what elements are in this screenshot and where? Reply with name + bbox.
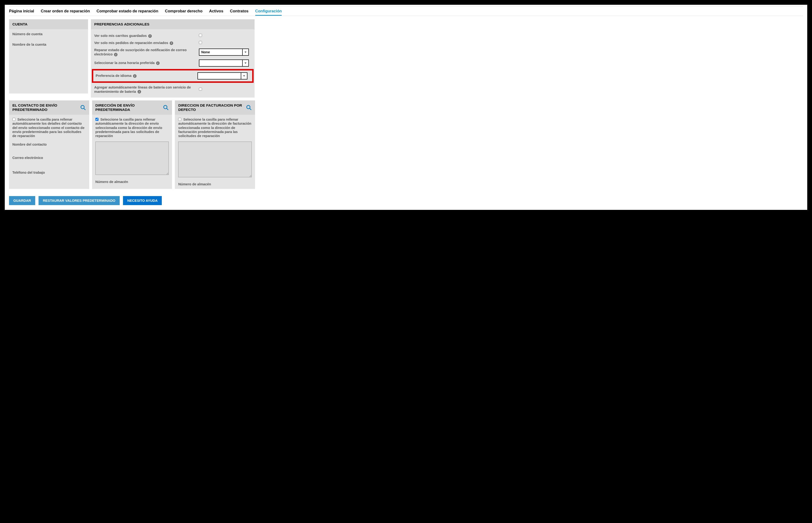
pref-only-my-carts-checkbox[interactable] xyxy=(199,34,202,37)
chevron-down-icon xyxy=(242,49,248,55)
pref-only-my-carts-label: Ver solo mis carritos guardados xyxy=(94,34,147,38)
tab-assets[interactable]: Activos xyxy=(209,9,223,13)
ship-address-autofill-checkbox[interactable] xyxy=(95,118,98,121)
svg-line-5 xyxy=(250,108,251,110)
svg-point-2 xyxy=(164,105,167,109)
pref-email-sub-select[interactable]: None xyxy=(199,49,249,56)
search-icon[interactable] xyxy=(246,105,252,110)
pref-auto-battery-checkbox[interactable] xyxy=(199,88,202,91)
tab-home[interactable]: Página inicial xyxy=(9,9,34,13)
pref-auto-battery-label: Agregar automáticamente líneas de baterí… xyxy=(94,86,191,93)
need-help-button[interactable]: NECESITO AYUDA xyxy=(123,196,162,205)
panel-preferences: PREFERENCIAS ADICIONALES Ver solo mis ca… xyxy=(91,19,255,97)
chevron-down-icon xyxy=(241,73,247,79)
pref-only-my-orders-label: Ver solo mis pedidos de reparación envia… xyxy=(94,41,168,45)
main-tabs: Página inicial Crear orden de reparación… xyxy=(9,6,803,16)
account-name-label: Nombre de la cuenta xyxy=(12,42,85,47)
svg-point-0 xyxy=(81,105,84,109)
pref-timezone-label: Seleccionar la zona horaria preferida xyxy=(94,61,155,65)
pref-language-label: Preferencia de idioma xyxy=(96,74,132,77)
ship-contact-phone-label: Teléfono del trabajo xyxy=(12,170,86,175)
svg-point-4 xyxy=(247,105,250,109)
panel-ship-address: DIRECCIÓN DE ENVÍO PREDETERMINADA Selecc… xyxy=(92,101,172,189)
bill-address-autofill-label: Seleccione la casilla para rellenar auto… xyxy=(178,118,251,138)
search-icon[interactable] xyxy=(163,105,169,110)
tab-check-repair[interactable]: Comprobar estado de reparación xyxy=(97,9,158,13)
ship-contact-autofill-checkbox[interactable] xyxy=(12,118,16,121)
panel-ship-address-title: DIRECCIÓN DE ENVÍO PREDETERMINADA xyxy=(95,103,163,112)
ship-contact-autofill-label: Seleccione la casilla para rellenar auto… xyxy=(12,118,85,138)
info-icon[interactable]: i xyxy=(156,61,160,65)
panel-bill-address-title: DIRECCION DE FACTURACION POR DEFECTO xyxy=(178,103,246,112)
pref-language-highlight: Preferencia de idioma i xyxy=(92,69,254,83)
info-icon[interactable]: i xyxy=(114,53,117,56)
tab-configuration[interactable]: Configuración xyxy=(255,9,282,16)
panel-ship-contact: EL CONTACTO DE ENVÍO PREDETERMINADO Sele… xyxy=(9,101,89,189)
panel-account: CUENTA Número de cuenta Nombre de la cue… xyxy=(9,19,88,93)
tab-contracts[interactable]: Contratos xyxy=(230,9,248,13)
ship-address-warehouse-label: Número de almacén xyxy=(95,180,169,184)
tab-create-repair[interactable]: Crear orden de reparación xyxy=(41,9,90,13)
info-icon[interactable]: i xyxy=(170,41,173,45)
pref-email-sub-value: None xyxy=(199,50,242,54)
action-buttons: GUARDAR RESTAURAR VALORES PREDETERMINADO… xyxy=(9,196,803,205)
save-button[interactable]: GUARDAR xyxy=(9,196,35,205)
panel-ship-contact-title: EL CONTACTO DE ENVÍO PREDETERMINADO xyxy=(12,103,80,112)
ship-contact-name-label: Nombre del contacto xyxy=(12,143,86,146)
ship-address-autofill-label: Seleccione la casilla para rellenar auto… xyxy=(95,118,162,138)
account-number-label: Número de cuenta xyxy=(12,32,85,36)
bill-address-textarea[interactable] xyxy=(178,142,252,177)
bill-address-autofill-checkbox[interactable] xyxy=(178,118,181,121)
pref-only-my-orders-checkbox[interactable] xyxy=(199,41,202,44)
search-icon[interactable] xyxy=(80,105,86,110)
svg-line-1 xyxy=(84,108,86,110)
bill-address-warehouse-label: Número de almacén xyxy=(178,182,252,186)
pref-email-sub-label: Reparar estado de suscripción de notific… xyxy=(94,48,186,56)
info-icon[interactable]: i xyxy=(133,74,136,78)
pref-language-select[interactable] xyxy=(198,72,247,79)
panel-bill-address: DIRECCION DE FACTURACION POR DEFECTO Sel… xyxy=(175,101,255,189)
tab-check-entitlement[interactable]: Comprobar derecho xyxy=(165,9,202,13)
restore-defaults-button[interactable]: RESTAURAR VALORES PREDETERMINADO xyxy=(39,196,120,205)
info-icon[interactable]: i xyxy=(137,90,141,93)
svg-line-3 xyxy=(167,108,168,110)
panel-account-header: CUENTA xyxy=(9,19,88,29)
ship-contact-email-label: Correo electrónico xyxy=(12,156,86,160)
chevron-down-icon xyxy=(242,60,248,66)
ship-address-textarea[interactable] xyxy=(95,142,169,175)
panel-preferences-header: PREFERENCIAS ADICIONALES xyxy=(91,19,255,29)
info-icon[interactable]: i xyxy=(148,34,152,38)
pref-timezone-select[interactable] xyxy=(199,59,249,67)
